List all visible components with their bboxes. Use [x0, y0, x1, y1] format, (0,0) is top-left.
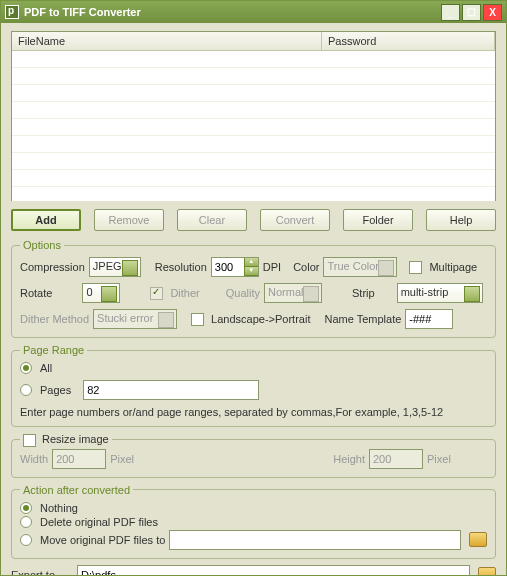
folder-button[interactable]: Folder: [343, 209, 413, 231]
options-legend: Options: [20, 239, 64, 251]
resolution-input[interactable]: [212, 258, 244, 276]
convert-button[interactable]: Convert: [260, 209, 330, 231]
window-title: PDF to TIFF Converter: [24, 6, 439, 18]
action-nothing-label: Nothing: [40, 502, 78, 514]
dpi-label: DPI: [263, 261, 281, 273]
compression-label: Compression: [20, 261, 85, 273]
action-group: Action after converted Nothing Delete or…: [11, 484, 496, 559]
dither-label: Dither: [170, 287, 199, 299]
quality-label: Quality: [226, 287, 260, 299]
col-password[interactable]: Password: [322, 32, 495, 50]
width-input: [52, 449, 106, 469]
action-nothing-radio[interactable]: [20, 502, 32, 514]
maximize-button[interactable]: ☐: [462, 4, 481, 21]
landscape-label: Landscape->Portrait: [211, 313, 310, 325]
pagerange-hint: Enter page numbers or/and page ranges, s…: [20, 406, 487, 418]
height-pixel-label: Pixel: [427, 453, 487, 465]
strip-label: Strip: [352, 287, 375, 299]
resolution-spinner[interactable]: ▲▼: [211, 257, 259, 277]
export-input[interactable]: [77, 565, 470, 576]
minimize-button[interactable]: _: [441, 4, 460, 21]
landscape-checkbox[interactable]: [191, 313, 204, 326]
grid-header: FileName Password: [12, 32, 495, 51]
titlebar[interactable]: PDF to TIFF Converter _ ☐ X: [1, 1, 506, 23]
width-pixel-label: Pixel: [110, 453, 134, 465]
resize-checkbox[interactable]: [23, 434, 36, 447]
export-label: Export to: [11, 569, 55, 576]
file-grid[interactable]: FileName Password: [11, 31, 496, 201]
rotate-select[interactable]: 0: [82, 283, 120, 303]
help-button[interactable]: Help: [426, 209, 496, 231]
export-browse-icon[interactable]: [478, 567, 496, 576]
action-move-label: Move original PDF files to: [40, 534, 165, 546]
add-button[interactable]: Add: [11, 209, 81, 231]
col-filename[interactable]: FileName: [12, 32, 322, 50]
action-move-input[interactable]: [169, 530, 461, 550]
resize-group: Resize image Width Pixel Height Pixel: [11, 433, 496, 478]
multipage-checkbox[interactable]: [409, 261, 422, 274]
close-button[interactable]: X: [483, 4, 502, 21]
options-group: Options Compression JPEG Resolution ▲▼ D…: [11, 239, 496, 338]
clear-button[interactable]: Clear: [177, 209, 247, 231]
pagerange-pages-label: Pages: [40, 384, 71, 396]
resolution-label: Resolution: [155, 261, 207, 273]
width-label: Width: [20, 453, 48, 465]
quality-select: Normal: [264, 283, 322, 303]
rotate-label: Rotate: [20, 287, 52, 299]
pagerange-all-label: All: [40, 362, 52, 374]
color-label: Color: [293, 261, 319, 273]
resize-legend-label: Resize image: [42, 433, 109, 445]
action-legend: Action after converted: [20, 484, 133, 496]
move-browse-icon[interactable]: [469, 532, 487, 547]
dither-checkbox: [150, 287, 163, 300]
pagerange-all-radio[interactable]: [20, 362, 32, 374]
nametpl-label: Name Template: [324, 313, 401, 325]
action-delete-label: Delete original PDF files: [40, 516, 158, 528]
pagerange-input[interactable]: [83, 380, 259, 400]
height-label: Height: [333, 453, 365, 465]
dithermethod-select: Stucki error: [93, 309, 177, 329]
strip-select[interactable]: multi-strip: [397, 283, 483, 303]
app-icon: [5, 5, 19, 19]
remove-button[interactable]: Remove: [94, 209, 164, 231]
pagerange-pages-radio[interactable]: [20, 384, 32, 396]
dithermethod-label: Dither Method: [20, 313, 89, 325]
multipage-label: Multipage: [429, 261, 477, 273]
pagerange-group: Page Range All Pages Enter page numbers …: [11, 344, 496, 427]
compression-select[interactable]: JPEG: [89, 257, 141, 277]
nametpl-input[interactable]: [405, 309, 453, 329]
action-delete-radio[interactable]: [20, 516, 32, 528]
grid-body[interactable]: [12, 51, 495, 201]
height-input: [369, 449, 423, 469]
action-move-radio[interactable]: [20, 534, 32, 546]
color-select: True Color: [323, 257, 397, 277]
pagerange-legend: Page Range: [20, 344, 87, 356]
